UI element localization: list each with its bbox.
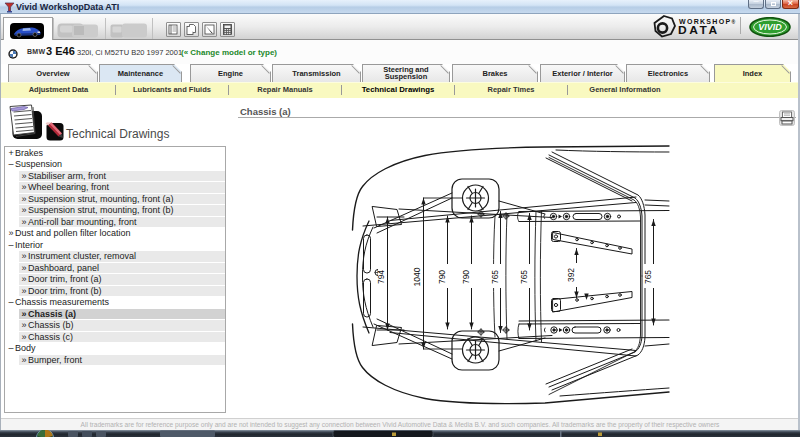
svg-text:VIVID: VIVID (758, 22, 782, 32)
svg-text:1040: 1040 (412, 267, 422, 286)
svg-text:765: 765 (490, 270, 500, 284)
svg-text:794: 794 (376, 270, 386, 284)
svg-text:392: 392 (566, 268, 576, 282)
svg-text:765: 765 (519, 270, 529, 284)
svg-text:790: 790 (461, 270, 471, 284)
svg-text:765: 765 (643, 270, 653, 284)
svg-text:790: 790 (437, 270, 447, 284)
